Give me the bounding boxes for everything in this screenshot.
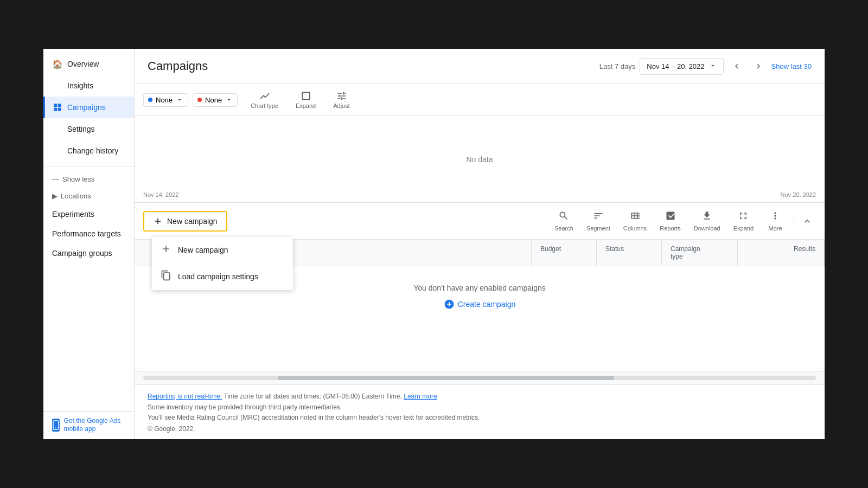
reports-button[interactable]: Reports: [654, 207, 686, 235]
table-expand-button[interactable]: Expand: [728, 207, 759, 235]
more-label: More: [768, 225, 782, 232]
minus-icon: —: [52, 175, 59, 183]
sidebar-mobile-app[interactable]: Get the Google Ads mobile app: [43, 411, 134, 439]
col-header-results: Results: [738, 240, 825, 266]
footer-text-3: You'll see Media Rating Council (MRC) ac…: [148, 413, 812, 423]
search-icon: [558, 210, 569, 224]
sidebar-divider-1: [43, 166, 134, 166]
scroll-track: [143, 376, 816, 380]
dropdown-load-settings[interactable]: Load campaign settings: [152, 264, 293, 290]
calendar-dropdown-icon: [709, 62, 717, 71]
columns-label: Columns: [623, 225, 647, 232]
more-icon: [770, 210, 781, 224]
col-header-budget: Budget: [532, 240, 597, 266]
sidebar-show-less[interactable]: — Show less: [43, 171, 134, 188]
learn-more-link[interactable]: Learn more: [404, 393, 437, 400]
dropdown-new-campaign-label: New campaign: [178, 246, 228, 254]
metric2-dropdown[interactable]: None: [193, 93, 238, 107]
page-title: Campaigns: [148, 59, 591, 73]
campaign-groups-label: Campaign groups: [52, 249, 112, 258]
sidebar-item-insights[interactable]: Insights: [43, 75, 134, 97]
download-label: Download: [694, 225, 720, 232]
sidebar-item-campaigns[interactable]: Campaigns: [43, 97, 134, 118]
dropdown-new-campaign[interactable]: New campaign: [152, 237, 293, 264]
metric1-dot: [148, 98, 152, 102]
sidebar-label-settings: Settings: [67, 125, 95, 133]
metric1-dropdown[interactable]: None: [143, 93, 188, 107]
mobile-app-icon: [52, 419, 60, 432]
reports-icon: [665, 210, 676, 224]
copy-icon: [161, 270, 171, 284]
sidebar-item-performance-targets[interactable]: Performance targets: [43, 224, 134, 243]
chart-date-left: Nov 14, 2022: [143, 191, 178, 198]
download-icon: [701, 210, 712, 224]
chart-adjust-label: Adjust: [333, 102, 350, 109]
svg-rect-1: [58, 104, 61, 107]
scroll-thumb: [278, 376, 614, 380]
chart-adjust-button[interactable]: Adjust: [329, 88, 354, 111]
home-icon: 🏠: [52, 59, 63, 69]
segment-label: Segment: [586, 225, 610, 232]
svg-rect-0: [54, 104, 57, 107]
campaigns-icon: [52, 102, 63, 113]
locations-label: Locations: [61, 192, 91, 200]
chart-expand-label: Expand: [296, 102, 316, 109]
sidebar-label-campaigns: Campaigns: [67, 103, 106, 112]
segment-icon: [593, 210, 604, 224]
sidebar-item-change-history[interactable]: Change history: [43, 140, 134, 162]
footer-text-1: Reporting is not real-time. Time zone fo…: [148, 391, 812, 402]
sidebar-item-overview[interactable]: 🏠 Overview: [43, 53, 134, 75]
no-data-text: No data: [466, 155, 493, 164]
table-toolbar: New campaign New campaign Load ca: [135, 203, 825, 240]
search-label: Search: [554, 225, 573, 232]
chart-expand-button[interactable]: Expand: [291, 88, 320, 111]
create-campaign-link[interactable]: Create campaign: [444, 299, 516, 310]
columns-button[interactable]: Columns: [618, 207, 652, 235]
sidebar-item-locations[interactable]: ▶ Locations: [43, 188, 134, 204]
performance-targets-label: Performance targets: [52, 229, 121, 238]
new-campaign-button[interactable]: New campaign: [143, 211, 227, 232]
show-last-30-button[interactable]: Show last 30: [771, 62, 812, 70]
sidebar-item-campaign-groups[interactable]: Campaign groups: [43, 243, 134, 263]
footer-text-2: Some inventory may be provided through t…: [148, 402, 812, 413]
col-header-campaign-type: Campaigntype: [662, 240, 738, 266]
header-controls: Last 7 days Nov 14 – 20, 2022 Show last …: [599, 57, 812, 75]
download-button[interactable]: Download: [688, 207, 726, 235]
main-content: Campaigns Last 7 days Nov 14 – 20, 2022: [135, 49, 825, 439]
toolbar-divider: [794, 213, 794, 230]
show-less-label: Show less: [62, 175, 94, 183]
expand-icon: [738, 210, 749, 224]
table-empty-text: You don't have any enabled campaigns: [413, 284, 545, 292]
chart-area: No data Nov 14, 2022 Nov 20, 2022: [135, 116, 825, 203]
sidebar-item-settings[interactable]: Settings: [43, 118, 134, 140]
chart-type-button[interactable]: Chart type: [246, 88, 283, 111]
next-date-button[interactable]: [750, 57, 767, 75]
svg-rect-2: [54, 108, 57, 111]
plus-icon: [161, 243, 171, 257]
collapse-button[interactable]: [799, 213, 816, 230]
segment-button[interactable]: Segment: [581, 207, 616, 235]
reporting-link[interactable]: Reporting is not real-time.: [148, 393, 222, 400]
new-campaign-dropdown: New campaign Load campaign settings: [152, 237, 293, 290]
create-campaign-label: Create campaign: [458, 300, 516, 309]
date-picker[interactable]: Nov 14 – 20, 2022: [640, 58, 723, 75]
col-header-status: Status: [597, 240, 662, 266]
svg-point-5: [55, 427, 56, 428]
svg-rect-3: [58, 108, 61, 111]
horizontal-scrollbar[interactable]: [135, 371, 825, 384]
more-button[interactable]: More: [761, 207, 789, 235]
page-footer: Reporting is not real-time. Time zone fo…: [135, 384, 825, 439]
expand-icon: ▶: [52, 192, 58, 200]
new-campaign-label: New campaign: [167, 217, 218, 226]
search-button[interactable]: Search: [549, 207, 579, 235]
new-campaign-container: New campaign New campaign Load ca: [143, 211, 227, 232]
sidebar: 🏠 Overview Insights Campaigns Settings C…: [43, 49, 135, 439]
expand-label: Expand: [733, 225, 754, 232]
reports-label: Reports: [660, 225, 681, 232]
sidebar-item-experiments[interactable]: Experiments: [43, 204, 134, 224]
date-range-label: Last 7 days: [599, 62, 636, 70]
settings-icon: [52, 124, 63, 134]
prev-date-button[interactable]: [728, 57, 745, 75]
chart-date-right: Nov 20, 2022: [781, 191, 816, 198]
dropdown-load-settings-label: Load campaign settings: [178, 272, 258, 281]
